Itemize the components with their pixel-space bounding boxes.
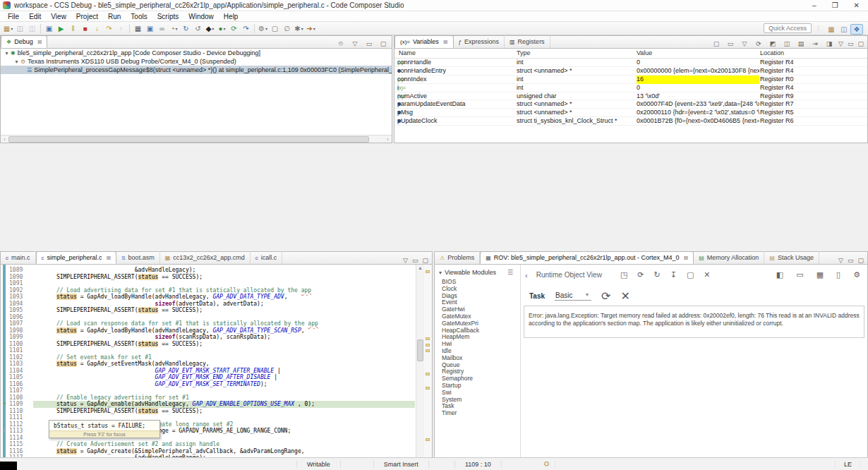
task-refresh-icon[interactable]: ⟳ (601, 289, 610, 303)
view-menu-icon[interactable]: ▽ (403, 257, 408, 264)
perspective-simple-button[interactable]: ◫ (838, 24, 850, 35)
code-line[interactable]: 1104 GAP_ADV_EVT_MASK_START_AFTER_ENABLE… (1, 368, 415, 375)
overview-annotation-mark[interactable] (426, 344, 430, 347)
menu-run[interactable]: Run (103, 13, 126, 20)
editor-tab[interactable]: cmain.c (1, 251, 36, 264)
variables-tab[interactable]: ƒExpressions (454, 35, 505, 48)
menu-view[interactable]: View (46, 13, 71, 20)
link-icon[interactable]: ∞ (156, 23, 168, 34)
instruction-pointer-icon[interactable]: ➜ (1, 400, 8, 407)
debug-toolbar-icon-2[interactable]: ▭ (364, 39, 374, 48)
close-icon[interactable]: ⊠ (107, 255, 111, 261)
profile-clock-icon[interactable]: ◔▾ (168, 23, 180, 34)
close-icon[interactable]: ⊠ (443, 39, 448, 45)
rov-settings-icon[interactable]: ⚙ (853, 270, 860, 279)
code-line[interactable]: 1089 &advHandleLegacy); (1, 267, 415, 274)
window-grid-icon[interactable]: ▢ (269, 23, 281, 34)
code-line[interactable]: 1100 SIMPLEPERIPHERAL_ASSERT(status == S… (1, 341, 415, 348)
rov-delete-icon[interactable]: ▯ (836, 270, 840, 279)
flash-icon[interactable]: ◆▾ (204, 23, 216, 34)
step-over-icon[interactable]: ↷ (103, 23, 115, 34)
chevron-down-icon[interactable]: ▾ (439, 270, 442, 276)
rov-graph-icon[interactable]: ◳ (620, 270, 627, 279)
view-menu-icon[interactable]: ▽ (838, 257, 843, 264)
editor-tab[interactable]: Sboot.asm (116, 251, 159, 264)
debug-tree-item[interactable]: ▾⚙Texas Instruments XDS110 USB Debug Pro… (1, 57, 392, 66)
minimize-icon[interactable]: ▭ (412, 257, 418, 264)
pin-brush-icon[interactable]: ➔▾ (305, 23, 317, 34)
rov-repeat-refresh-icon[interactable]: ↻ (654, 270, 661, 279)
menu-window[interactable]: Window (183, 13, 219, 20)
module-item-hwi[interactable]: Hwi (442, 341, 520, 348)
code-line[interactable]: 1116 status = GapAdv_create(&SimplePerip… (1, 448, 415, 455)
assembly-step-icon[interactable]: ↷ (240, 23, 252, 34)
perspective-ccs-edit-button[interactable]: ▦ (825, 24, 838, 35)
bug-icon[interactable]: ●▾ (216, 23, 228, 34)
variables-toolbar-icon-5[interactable]: ⟳ (754, 39, 764, 48)
overview-annotation-mark[interactable] (426, 349, 430, 352)
filter-icon[interactable]: ☰ (507, 269, 516, 276)
settings-gear-icon[interactable]: ✱▾ (293, 23, 305, 34)
variable-row[interactable]: (x)=iint0Register R4 (394, 84, 867, 92)
debug-toolbar-icon-3[interactable]: ▢ (378, 39, 388, 48)
code-line[interactable]: 1103 status = GapAdv_setEventMask(advHan… (1, 361, 415, 368)
inspect-icon[interactable]: ∅ (281, 23, 293, 34)
rov-pause-icon[interactable]: ▢ (687, 270, 694, 279)
disabled-breakpoint-icon[interactable]: ◈ (1, 427, 8, 434)
step-return-icon[interactable]: ↑ (115, 23, 127, 34)
overview-annotation-mark[interactable] (426, 387, 430, 390)
rov-download-icon[interactable]: ↧ (670, 270, 677, 279)
code-line[interactable]: 1105 GAP_ADV_EVT_MASK_END_AFTER_DISABLE … (1, 374, 415, 381)
code-line[interactable]: ➜1109 status = GapAdv_enable(advHandleLe… (1, 401, 415, 408)
menu-project[interactable]: Project (71, 13, 103, 20)
minimize-icon[interactable]: ▭ (848, 40, 854, 47)
code-line[interactable]: 1110 SIMPLEPERIPHERAL_ASSERT(status == S… (1, 408, 415, 415)
code-line[interactable]: 1097 // Load scan response data for set … (1, 320, 415, 327)
variables-column-headers[interactable]: Name Type Value Location (394, 49, 867, 59)
debug-launch-icon[interactable]: ▣ (43, 23, 55, 34)
maximize-icon[interactable]: ▢ (857, 40, 864, 47)
code-line[interactable]: 1099 sizeof(scanRspData), scanRspData); (1, 334, 415, 341)
quick-access[interactable]: Quick Access (764, 23, 812, 33)
code-line[interactable]: 1106 GAP_ADV_EVT_MASK_SET_TERMINATED); (1, 381, 415, 388)
menu-tools[interactable]: Tools (126, 13, 152, 20)
editor-tab[interactable]: cicall.c (251, 251, 283, 264)
rov-refresh-icon[interactable]: ⟳ (637, 270, 644, 279)
scroll-left-icon[interactable]: ‹ (1, 137, 8, 142)
code-line[interactable]: 1108 // Enable legacy advertising for se… (1, 394, 415, 402)
variable-row[interactable]: ›✱pMsgstruct <unnamed> *0x20000110 {hdr=… (394, 109, 867, 117)
editor-tab[interactable]: ▦cc13x2_cc26x2_app.cmd (160, 251, 251, 264)
task-view-select[interactable]: Basic▾ (555, 291, 591, 301)
menu-scripts[interactable]: Scripts (152, 13, 184, 20)
module-item-startup[interactable]: Startup (442, 382, 520, 390)
expander-icon[interactable]: ▾ (4, 50, 10, 56)
rov-tab[interactable]: ▤Stack Usage (764, 251, 819, 264)
code-line[interactable]: 1093 status = GapAdv_loadByHandle(advHan… (1, 294, 415, 301)
variables-toolbar-icon-7[interactable]: ▭ (725, 39, 735, 48)
overview-annotation-mark[interactable] (426, 337, 430, 340)
refresh-sync-icon[interactable]: ⟳ (228, 23, 240, 34)
step-into-icon[interactable]: ↓ (91, 23, 103, 34)
overview-annotation-mark[interactable] (426, 270, 430, 273)
save-icon[interactable]: ◫ (14, 23, 26, 34)
editor-vscrollbar[interactable]: ▲ ▼ (416, 265, 424, 462)
overview-annotation-mark[interactable] (426, 373, 430, 375)
scroll-up-icon[interactable]: ▲ (416, 265, 424, 270)
reset-icon[interactable]: ↺ (192, 23, 204, 34)
new-icon[interactable]: ▦▾ (2, 23, 14, 34)
variable-row[interactable]: ›✱paramUpdateEventDatastruct <unnamed> *… (394, 100, 867, 109)
rov-tab[interactable]: ▤Memory Allocation (694, 251, 764, 264)
variables-tab[interactable]: (x)=Variables⊠ (394, 35, 454, 48)
variables-tab[interactable]: ▥Registers (505, 35, 550, 48)
code-line[interactable]: 1101 (1, 347, 415, 354)
debug-tree-item[interactable]: ▾✱ble5_simple_peripheral_cc26x2r1lp_app … (1, 49, 392, 57)
variables-toolbar-icon-0[interactable]: ◨ (824, 39, 834, 48)
menu-file[interactable]: File (3, 13, 24, 20)
rov-close-view-icon[interactable]: ✕ (704, 270, 710, 279)
debug-toolbar-icon-1[interactable]: ▽ (350, 39, 360, 48)
variable-row[interactable]: (x)=connIndexint16Register R0 (394, 76, 867, 84)
tab-debug[interactable]: ❖ Debug ⊠ (1, 35, 47, 48)
code-line[interactable]: 1096 (1, 314, 415, 321)
code-line[interactable]: 1098 status = GapAdv_loadByHandle(advHan… (1, 327, 415, 335)
minimize-button[interactable]: – (812, 1, 816, 9)
